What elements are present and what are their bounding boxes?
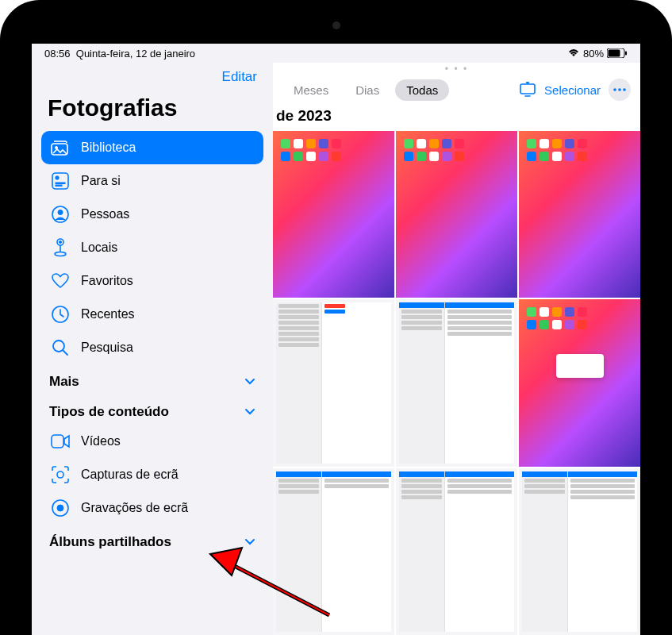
svg-point-19: [57, 505, 63, 511]
status-date: Quinta-feira, 12 de janeiro: [76, 48, 195, 60]
screen-recording-icon: [51, 498, 70, 518]
photo-thumbnail[interactable]: [396, 131, 517, 298]
video-icon: [51, 432, 70, 451]
view-segment: Meses Dias Todas: [282, 79, 449, 101]
svg-point-13: [55, 252, 66, 256]
sidebar-item-capturas[interactable]: Capturas de ecrã: [41, 458, 263, 491]
svg-point-17: [57, 471, 63, 478]
photo-thumbnail[interactable]: [273, 468, 394, 635]
sidebar-item-label: Biblioteca: [81, 140, 136, 155]
places-icon: [51, 238, 70, 257]
people-icon: [51, 205, 70, 224]
sidebar-item-label: Vídeos: [81, 434, 121, 448]
svg-point-10: [58, 210, 63, 215]
section-label: Mais: [49, 374, 79, 390]
svg-point-12: [60, 241, 62, 244]
section-label: Álbuns partilhados: [49, 534, 171, 550]
sidebar-item-label: Recentes: [81, 307, 135, 321]
sidebar: Editar Fotografias Biblioteca Para si: [32, 63, 273, 635]
svg-rect-7: [56, 183, 65, 184]
main-panel: • • • Meses Dias Todas Selecionar: [273, 63, 640, 635]
status-right: 80%: [567, 48, 628, 60]
select-button[interactable]: Selecionar: [544, 83, 601, 97]
sidebar-item-favoritos[interactable]: Favoritos: [41, 264, 263, 298]
battery-pct: 80%: [583, 48, 604, 60]
more-button[interactable]: [609, 79, 631, 101]
section-tipos[interactable]: Tipos de conteúdo: [41, 394, 263, 425]
toolbar: Meses Dias Todas Selecionar: [273, 75, 640, 107]
library-icon: [51, 138, 70, 157]
status-datetime: 08:56 Quinta-feira, 12 de janeiro: [44, 48, 195, 60]
photo-thumbnail[interactable]: [519, 468, 640, 635]
tab-meses[interactable]: Meses: [282, 79, 340, 101]
heart-icon: [51, 271, 70, 291]
sidebar-item-label: Locais: [81, 241, 117, 255]
sidebar-item-gravacoes[interactable]: Gravações de ecrã: [41, 491, 263, 525]
sidebar-item-pesquisa[interactable]: Pesquisa: [41, 331, 263, 364]
edit-button[interactable]: Editar: [222, 69, 257, 85]
sidebar-item-label: Capturas de ecrã: [81, 468, 179, 482]
chevron-down-icon: [244, 374, 255, 390]
section-label: Tipos de conteúdo: [49, 404, 169, 420]
sidebar-title: Fotografias: [41, 93, 263, 131]
ipad-frame: 08:56 Quinta-feira, 12 de janeiro 80% Ed…: [0, 0, 672, 635]
sidebar-item-label: Gravações de ecrã: [81, 501, 188, 515]
drag-handle[interactable]: • • •: [273, 63, 640, 75]
content-area: Editar Fotografias Biblioteca Para si: [32, 63, 640, 635]
date-header: de 2023: [273, 107, 640, 131]
svg-rect-8: [56, 185, 62, 187]
photo-thumbnail[interactable]: [273, 299, 394, 466]
cast-button[interactable]: [519, 82, 536, 98]
sidebar-item-videos[interactable]: Vídeos: [41, 425, 263, 458]
for-you-icon: [51, 171, 70, 190]
clock-icon: [51, 305, 70, 324]
section-mais[interactable]: Mais: [41, 364, 263, 394]
search-icon: [51, 338, 70, 357]
sidebar-item-pessoas[interactable]: Pessoas: [41, 198, 263, 231]
chevron-down-icon: [244, 534, 255, 550]
sidebar-item-label: Para si: [81, 174, 121, 188]
status-time: 08:56: [44, 48, 71, 60]
sidebar-item-label: Favoritos: [81, 274, 133, 288]
svg-rect-6: [56, 176, 59, 179]
svg-rect-2: [625, 52, 627, 56]
sidebar-item-biblioteca[interactable]: Biblioteca: [41, 131, 263, 164]
section-albuns[interactable]: Álbuns partilhados: [41, 525, 263, 555]
tab-todas[interactable]: Todas: [395, 79, 449, 101]
photo-thumbnail[interactable]: [396, 468, 517, 635]
photo-thumbnail[interactable]: [519, 131, 640, 298]
photo-grid[interactable]: [273, 131, 640, 635]
tab-dias[interactable]: Dias: [344, 79, 390, 101]
svg-rect-20: [520, 84, 535, 94]
sidebar-item-label: Pesquisa: [81, 341, 133, 355]
photo-thumbnail[interactable]: [396, 299, 517, 466]
screenshot-icon: [51, 465, 70, 484]
sidebar-item-para-si[interactable]: Para si: [41, 164, 263, 198]
photo-thumbnail[interactable]: [519, 299, 640, 466]
sidebar-item-label: Pessoas: [81, 207, 129, 221]
svg-point-21: [613, 88, 616, 91]
screen: 08:56 Quinta-feira, 12 de janeiro 80% Ed…: [32, 44, 640, 635]
status-bar: 08:56 Quinta-feira, 12 de janeiro 80%: [32, 44, 640, 63]
camera-dot: [332, 21, 340, 29]
svg-rect-16: [52, 435, 63, 448]
wifi-icon: [567, 48, 580, 58]
svg-rect-1: [609, 50, 620, 57]
battery-icon: [607, 48, 628, 58]
photo-thumbnail[interactable]: [273, 131, 394, 298]
svg-point-22: [618, 88, 621, 91]
sidebar-item-locais[interactable]: Locais: [41, 231, 263, 264]
svg-point-23: [623, 88, 626, 91]
sidebar-item-recentes[interactable]: Recentes: [41, 298, 263, 331]
chevron-down-icon: [244, 404, 255, 420]
